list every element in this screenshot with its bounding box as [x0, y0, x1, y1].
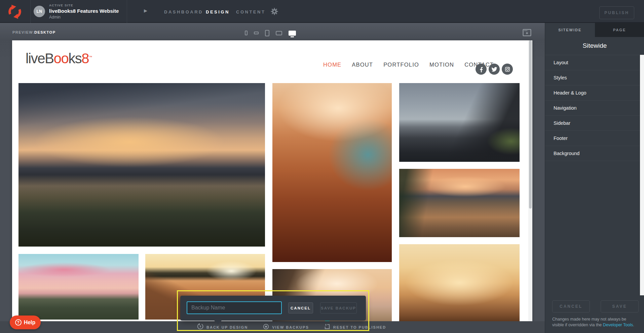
social-icons-row — [476, 64, 513, 75]
canvas-scrollbar-thumb[interactable] — [529, 40, 532, 209]
gallery-photo-mountain-sunset[interactable] — [18, 83, 265, 247]
panel-footnote: Changes made here may not always be visi… — [552, 317, 638, 328]
panel-title: Sitewide — [545, 37, 644, 54]
back-up-design-label: BACK UP DESIGN — [206, 325, 248, 329]
site-navigation: HOME ABOUT PORTFOLIO MOTION CONTACT — [323, 62, 494, 68]
eye-icon — [263, 323, 269, 331]
help-button[interactable]: ? Help — [10, 316, 41, 329]
gallery-photo-golden-hills[interactable] — [399, 244, 520, 321]
active-site-block[interactable]: ACTIVE SITE liveBooks8 Features Website … — [49, 3, 119, 20]
site-nav-portfolio[interactable]: PORTFOLIO — [383, 62, 419, 68]
logo-eight-mark: 8 — [81, 50, 89, 66]
logo-o-mark: o — [54, 50, 61, 66]
popover-tail — [214, 320, 222, 324]
twitter-icon[interactable] — [489, 64, 500, 75]
active-site-label: ACTIVE SITE — [49, 3, 119, 7]
logo-trademark: ™ — [89, 55, 92, 59]
app-screen: LN ACTIVE SITE liveBooks8 Features Websi… — [0, 0, 644, 333]
reset-to-published-button[interactable]: RESET TO PUBLISHED — [324, 323, 386, 331]
backup-circular-arrow-icon — [197, 323, 204, 331]
developer-tools-link[interactable]: Developer Tools — [603, 323, 633, 327]
gallery-photo-coastal-road[interactable] — [272, 83, 392, 262]
gear-icon[interactable] — [270, 7, 278, 15]
tab-content[interactable]: CONTENT — [236, 9, 265, 14]
reset-box-arrow-icon — [324, 323, 331, 331]
sidebar-item-styles[interactable]: Styles — [545, 70, 644, 85]
logo-o-mark: o — [61, 50, 68, 66]
gallery-photo-rocky-coast[interactable] — [399, 83, 520, 162]
gallery-photo-alpine-lake[interactable] — [399, 169, 520, 237]
tab-page[interactable]: PAGE — [595, 23, 644, 37]
tab-design[interactable]: DESIGN — [206, 9, 230, 14]
site-nav-motion[interactable]: MOTION — [429, 62, 454, 68]
site-name: liveBooks8 Features Website — [49, 8, 119, 14]
topbar-divider — [30, 0, 31, 23]
user-avatar[interactable]: LN — [34, 6, 45, 17]
sidebar-scrollbar[interactable] — [640, 55, 644, 295]
sidebar-item-footer[interactable]: Footer — [545, 131, 644, 146]
panel-cancel-button[interactable]: CANCEL — [552, 300, 590, 312]
site-logo: liveBooks8™ — [26, 50, 92, 67]
publish-button[interactable]: PUBLISH — [599, 6, 634, 19]
site-switch-arrow-icon[interactable]: ▶ — [144, 8, 147, 13]
help-label: Help — [24, 320, 36, 326]
sidebar-item-layout[interactable]: Layout — [545, 55, 644, 70]
desktop-icon[interactable] — [289, 31, 296, 36]
tab-sitewide[interactable]: SITEWIDE — [545, 23, 595, 37]
website-preview-canvas: liveBooks8™ HOME ABOUT PORTFOLIO MOTION … — [12, 40, 532, 321]
site-nav-about[interactable]: ABOUT — [352, 62, 373, 68]
livebooks-logo-icon[interactable] — [7, 4, 22, 19]
sidebar-item-navigation[interactable]: Navigation — [545, 101, 644, 116]
tablet-portrait-icon[interactable] — [265, 30, 269, 36]
back-up-design-button[interactable]: BACK UP DESIGN — [197, 323, 248, 331]
sidebar-settings-list: Layout Styles Header & Logo Navigation S… — [545, 55, 644, 161]
footnote-text: . — [633, 323, 634, 327]
logo-text: liveB — [26, 50, 54, 66]
phone-portrait-icon[interactable] — [245, 31, 248, 35]
device-preview-switcher — [245, 27, 302, 39]
sidebar-item-background[interactable]: Background — [545, 146, 644, 161]
topbar-divider — [127, 0, 127, 23]
sidebar-tabs: SITEWIDE PAGE — [545, 23, 644, 37]
sidebar-item-sidebar[interactable]: Sidebar — [545, 116, 644, 131]
preview-label: PREVIEW: — [12, 30, 35, 34]
tab-dashboard[interactable]: DASHBOARD — [164, 9, 203, 14]
view-backups-button[interactable]: VIEW BACKUPS — [263, 323, 309, 331]
canvas-scrollbar[interactable] — [528, 40, 532, 321]
site-role: Admin — [49, 15, 119, 20]
instagram-icon[interactable] — [502, 64, 513, 75]
design-bottom-toolbar: BACK UP DESIGN VIEW BACKUPS — [0, 321, 545, 333]
backup-name-input[interactable] — [187, 301, 282, 314]
reset-to-published-label: RESET TO PUBLISHED — [333, 325, 386, 329]
phone-landscape-icon[interactable] — [254, 32, 259, 34]
logo-text: ks — [68, 50, 81, 66]
question-circle-icon: ? — [15, 319, 22, 326]
sidebar-item-header-logo[interactable]: Header & Logo — [545, 85, 644, 101]
design-settings-panel: SITEWIDE PAGE Sitewide Layout Styles Hea… — [545, 23, 644, 333]
preview-device-value: DESKTOP — [34, 30, 55, 34]
save-backup-button[interactable]: SAVE BACKUP — [320, 302, 357, 313]
backup-name-popover: CANCEL SAVE BACKUP — [180, 296, 366, 321]
gallery-photo-pink-mist-field[interactable] — [18, 254, 139, 320]
view-backups-label: VIEW BACKUPS — [272, 325, 309, 329]
window-add-icon[interactable] — [523, 29, 531, 38]
cancel-backup-button[interactable]: CANCEL — [288, 302, 313, 313]
top-app-bar: LN ACTIVE SITE liveBooks8 Features Websi… — [0, 0, 644, 23]
tablet-landscape-icon[interactable] — [276, 31, 282, 35]
panel-save-button[interactable]: SAVE — [601, 300, 639, 312]
facebook-icon[interactable] — [476, 64, 487, 75]
site-nav-home[interactable]: HOME — [323, 62, 341, 68]
